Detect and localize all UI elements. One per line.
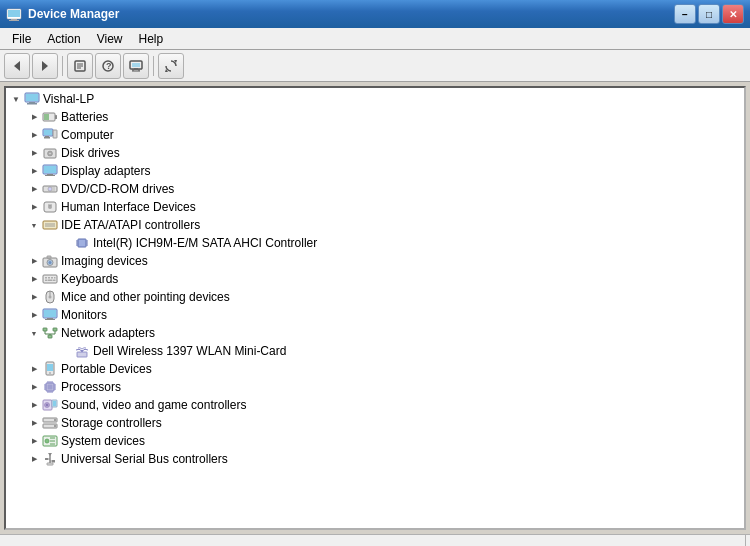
properties-button[interactable]	[67, 53, 93, 79]
expand-icon[interactable]: ▶	[26, 163, 42, 179]
svg-rect-73	[45, 319, 55, 320]
expand-icon[interactable]: ▶	[26, 199, 42, 215]
maximize-button[interactable]: □	[698, 4, 720, 24]
expand-icon[interactable]	[58, 343, 74, 359]
disk-icon	[42, 145, 58, 161]
tree-item[interactable]: ▶Imaging devices	[6, 252, 744, 270]
svg-marker-4	[14, 61, 20, 71]
tree-item-label: Batteries	[61, 110, 108, 124]
expand-icon[interactable]: ▶	[26, 307, 42, 323]
dvd-icon	[42, 181, 58, 197]
menu-help[interactable]: Help	[131, 28, 172, 49]
svg-rect-61	[48, 277, 50, 279]
tree-view[interactable]: ▼ Vishal-LP ▶Batteries▶Computer▶Disk dri…	[6, 88, 744, 528]
help-button[interactable]: ?	[95, 53, 121, 79]
expand-icon[interactable]: ▼	[26, 217, 42, 233]
device-manager-button[interactable]	[123, 53, 149, 79]
close-button[interactable]: ✕	[722, 4, 744, 24]
tree-item[interactable]: ▼Network adapters	[6, 324, 744, 342]
expand-icon[interactable]: ▶	[26, 361, 42, 377]
tree-item[interactable]: ▶System devices	[6, 432, 744, 450]
svg-point-34	[49, 153, 51, 155]
svg-point-103	[46, 404, 48, 406]
svg-rect-59	[43, 275, 57, 283]
svg-rect-75	[53, 328, 57, 331]
toolbar-separator-1	[62, 56, 63, 76]
expand-icon[interactable]: ▶	[26, 289, 42, 305]
expand-icon[interactable]: ▶	[26, 415, 42, 431]
svg-rect-66	[53, 280, 56, 282]
svg-rect-65	[48, 280, 53, 282]
menu-file[interactable]: File	[4, 28, 39, 49]
root-expand-icon[interactable]: ▼	[8, 91, 24, 107]
tree-item[interactable]: Dell Wireless 1397 WLAN Mini-Card	[6, 342, 744, 360]
expand-icon[interactable]: ▶	[26, 109, 42, 125]
tree-item[interactable]: ▶Storage controllers	[6, 414, 744, 432]
back-button[interactable]	[4, 53, 30, 79]
usb-icon	[42, 451, 58, 467]
svg-rect-36	[44, 166, 56, 173]
cpu-icon	[42, 379, 58, 395]
svg-rect-88	[48, 385, 53, 390]
refresh-button[interactable]	[158, 53, 184, 79]
svg-rect-60	[45, 277, 47, 279]
tree-item[interactable]: ▶Batteries	[6, 108, 744, 126]
expand-icon[interactable]: ▶	[26, 433, 42, 449]
minimize-button[interactable]: −	[674, 4, 696, 24]
menu-action[interactable]: Action	[39, 28, 88, 49]
tree-item[interactable]: ▶Portable Devices	[6, 360, 744, 378]
tree-item-label: Computer	[61, 128, 114, 142]
expand-icon[interactable]: ▶	[26, 127, 42, 143]
tree-item[interactable]: ▶Disk drives	[6, 144, 744, 162]
svg-rect-48	[78, 239, 86, 247]
svg-rect-28	[44, 130, 52, 135]
tree-item-label: Processors	[61, 380, 121, 394]
tree-item-label: Sound, video and game controllers	[61, 398, 246, 412]
svg-rect-71	[44, 310, 56, 317]
sound-icon	[42, 397, 58, 413]
tree-item[interactable]: ▶Sound, video and game controllers	[6, 396, 744, 414]
tree-item[interactable]: ▶Processors	[6, 378, 744, 396]
tree-root[interactable]: ▼ Vishal-LP	[6, 90, 744, 108]
tree-item[interactable]: ▶Monitors	[6, 306, 744, 324]
tree-item[interactable]: ▶DVD/CD-ROM drives	[6, 180, 744, 198]
svg-point-108	[54, 419, 56, 421]
tree-item[interactable]: ▶Computer	[6, 126, 744, 144]
system-icon	[42, 433, 58, 449]
expand-icon[interactable]: ▶	[26, 253, 42, 269]
wireless-icon	[74, 343, 90, 359]
main-content: ▼ Vishal-LP ▶Batteries▶Computer▶Disk dri…	[4, 86, 746, 530]
svg-rect-1	[8, 10, 20, 17]
tree-item[interactable]: ▶Human Interface Devices	[6, 198, 744, 216]
camera-icon	[42, 253, 58, 269]
expand-icon[interactable]: ▼	[26, 325, 42, 341]
svg-rect-118	[52, 460, 55, 463]
tree-item[interactable]: ▼IDE ATA/ATAPI controllers	[6, 216, 744, 234]
expand-icon[interactable]: ▶	[26, 145, 42, 161]
tree-item[interactable]: ▶Keyboards	[6, 270, 744, 288]
tree-item[interactable]: ▶Universal Serial Bus controllers	[6, 450, 744, 468]
tree-item-label: Disk drives	[61, 146, 120, 160]
expand-icon[interactable]: ▶	[26, 397, 42, 413]
svg-point-86	[49, 372, 51, 374]
svg-point-69	[49, 296, 52, 299]
network-icon	[42, 325, 58, 341]
svg-point-109	[54, 425, 56, 427]
svg-rect-85	[47, 364, 53, 371]
tree-item[interactable]: ▶Display adapters	[6, 162, 744, 180]
menu-view[interactable]: View	[89, 28, 131, 49]
portable-icon	[42, 361, 58, 377]
expand-icon[interactable]: ▶	[26, 379, 42, 395]
forward-button[interactable]	[32, 53, 58, 79]
svg-rect-58	[47, 256, 51, 258]
svg-rect-76	[48, 335, 52, 338]
expand-icon[interactable]: ▶	[26, 451, 42, 467]
svg-point-57	[49, 261, 52, 264]
expand-icon[interactable]	[58, 235, 74, 251]
tree-item[interactable]: ▶Mice and other pointing devices	[6, 288, 744, 306]
expand-icon[interactable]: ▶	[26, 271, 42, 287]
svg-rect-23	[27, 103, 37, 105]
keyboard-icon	[42, 271, 58, 287]
expand-icon[interactable]: ▶	[26, 181, 42, 197]
tree-item[interactable]: Intel(R) ICH9M-E/M SATA AHCI Controller	[6, 234, 744, 252]
